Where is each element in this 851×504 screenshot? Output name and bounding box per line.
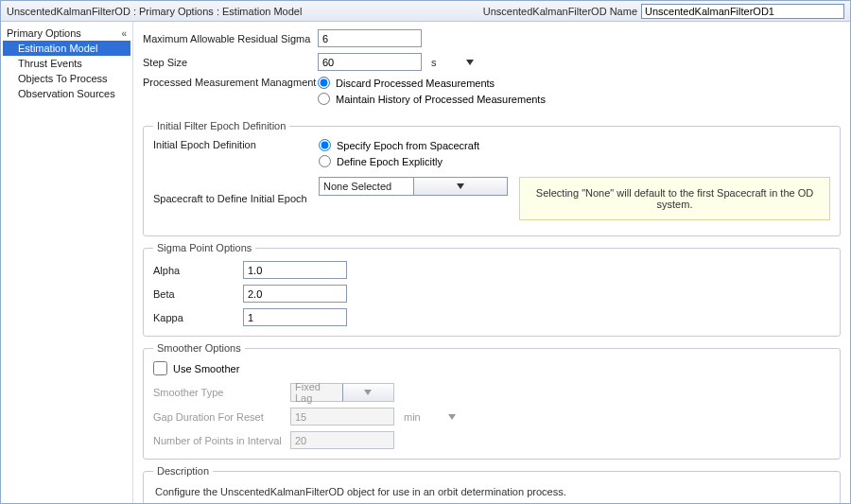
smoother-type-button xyxy=(342,384,394,401)
sidebar-item-thrust-events[interactable]: Thrust Events xyxy=(3,56,130,71)
epoch-explicit-radio[interactable]: Define Epoch Explicitly xyxy=(319,155,479,167)
num-points-field xyxy=(290,431,394,449)
pmm-label: Processed Measurement Managment xyxy=(143,77,318,88)
step-size-label: Step Size xyxy=(143,57,318,68)
dialog-window: UnscentedKalmanFilterOD : Primary Option… xyxy=(0,0,851,504)
kappa-field[interactable] xyxy=(243,308,347,326)
spacecraft-select-label: Spacecraft to Define Initial Epoch xyxy=(153,193,319,204)
gap-duration-unit-dropdown xyxy=(445,410,459,424)
main-panel: Maximum Allowable Residual Sigma Step Si… xyxy=(133,22,850,503)
kappa-label: Kappa xyxy=(153,312,243,323)
description-text: Configure the UnscentedKalmanFilterOD ob… xyxy=(153,484,830,503)
max-residual-sigma-label: Maximum Allowable Residual Sigma xyxy=(143,33,318,44)
smoother-fieldset: Smoother Options Use Smoother Smoother T… xyxy=(143,342,841,460)
use-smoother-checkbox[interactable]: Use Smoother xyxy=(153,361,830,375)
sigma-point-legend: Sigma Point Options xyxy=(153,242,255,253)
chevron-down-icon xyxy=(466,60,474,65)
step-size-field[interactable] xyxy=(318,53,422,71)
collapse-icon: « xyxy=(121,28,127,39)
chevron-down-icon xyxy=(364,390,372,395)
initial-epoch-def-group: Specify Epoch from Spacecraft Define Epo… xyxy=(319,139,479,171)
spacecraft-select-button[interactable] xyxy=(413,178,508,195)
epoch-from-spacecraft-radio[interactable]: Specify Epoch from Spacecraft xyxy=(319,139,479,151)
title-bar: UnscentedKalmanFilterOD : Primary Option… xyxy=(1,1,850,22)
max-residual-sigma-field[interactable] xyxy=(318,29,422,47)
spacecraft-select[interactable]: None Selected xyxy=(319,177,508,196)
num-points-label: Number of Points in Interval xyxy=(153,435,290,446)
beta-field[interactable] xyxy=(243,285,347,303)
gap-duration-unit: min xyxy=(404,411,426,423)
step-size-unit-dropdown[interactable] xyxy=(463,56,477,69)
name-field[interactable] xyxy=(641,4,844,19)
alpha-label: Alpha xyxy=(153,265,243,276)
pmm-group: Discard Processed Measurements Maintain … xyxy=(318,77,546,109)
alpha-field[interactable] xyxy=(243,261,347,279)
smoother-type-select: Fixed Lag xyxy=(290,383,394,402)
pmm-history-radio[interactable]: Maintain History of Processed Measuremen… xyxy=(318,93,546,105)
description-fieldset: Description Configure the UnscentedKalma… xyxy=(143,465,841,503)
sigma-point-fieldset: Sigma Point Options Alpha Beta Kappa xyxy=(143,242,841,337)
spacecraft-select-value: None Selected xyxy=(320,181,413,192)
breadcrumb: UnscentedKalmanFilterOD : Primary Option… xyxy=(7,6,483,17)
name-label: UnscentedKalmanFilterOD Name xyxy=(483,6,637,17)
step-size-unit: s xyxy=(431,57,444,68)
chevron-down-icon xyxy=(457,183,464,189)
sidebar-item-objects-to-process[interactable]: Objects To Process xyxy=(3,71,130,86)
sidebar-header[interactable]: Primary Options « xyxy=(3,26,130,41)
client-area: Primary Options « Estimation Model Thrus… xyxy=(1,22,850,503)
initial-epoch-legend: Initial Filter Epoch Definition xyxy=(153,120,289,131)
description-legend: Description xyxy=(153,465,213,477)
sidebar-item-observation-sources[interactable]: Observation Sources xyxy=(3,86,130,101)
spacecraft-select-note: Selecting "None" will default to the fir… xyxy=(519,177,830,220)
pmm-discard-radio[interactable]: Discard Processed Measurements xyxy=(318,77,546,89)
initial-epoch-def-label: Initial Epoch Definition xyxy=(153,139,319,150)
sidebar-item-estimation-model[interactable]: Estimation Model xyxy=(3,41,130,56)
smoother-type-label: Smoother Type xyxy=(153,387,290,398)
chevron-down-icon xyxy=(448,414,456,420)
gap-duration-label: Gap Duration For Reset xyxy=(153,411,290,423)
smoother-legend: Smoother Options xyxy=(153,342,245,354)
beta-label: Beta xyxy=(153,288,243,300)
sidebar: Primary Options « Estimation Model Thrus… xyxy=(1,22,133,503)
sidebar-header-label: Primary Options xyxy=(7,27,81,39)
smoother-type-value: Fixed Lag xyxy=(291,381,342,404)
gap-duration-field xyxy=(290,408,394,426)
initial-epoch-fieldset: Initial Filter Epoch Definition Initial … xyxy=(143,120,841,236)
